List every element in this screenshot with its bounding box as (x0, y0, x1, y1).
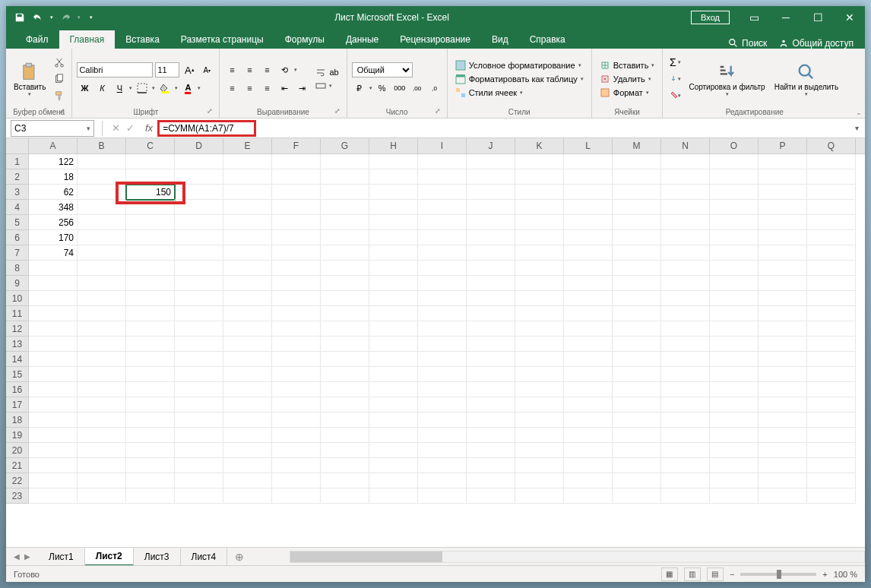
cell[interactable] (126, 428, 175, 443)
cell[interactable] (710, 276, 759, 291)
cell[interactable] (321, 261, 369, 276)
cell[interactable] (126, 261, 175, 276)
cell[interactable] (613, 488, 661, 504)
cell[interactable] (613, 154, 661, 169)
cell[interactable] (418, 488, 467, 504)
cell[interactable] (321, 291, 369, 306)
cell[interactable] (78, 367, 126, 382)
tab-insert[interactable]: Вставка (115, 30, 170, 49)
cell[interactable] (126, 473, 175, 488)
tab-review[interactable]: Рецензирование (389, 30, 481, 49)
align-bottom-icon[interactable]: ≡ (259, 62, 274, 77)
cell[interactable] (613, 200, 661, 215)
cell[interactable] (272, 245, 321, 261)
cell[interactable] (710, 154, 759, 169)
cell[interactable] (710, 337, 759, 352)
cell[interactable] (710, 352, 759, 367)
cell[interactable]: 348 (29, 200, 78, 215)
comma-icon[interactable]: 000 (392, 81, 407, 96)
cell[interactable] (418, 185, 467, 200)
cell[interactable] (272, 230, 321, 245)
row-header[interactable]: 21 (6, 458, 29, 473)
cell[interactable] (661, 291, 710, 306)
cell[interactable] (564, 291, 613, 306)
column-header[interactable]: A (29, 138, 78, 153)
border-dropdown[interactable]: ▾ (152, 85, 155, 91)
cell[interactable]: 62 (29, 185, 78, 200)
cell[interactable] (807, 488, 856, 504)
cell[interactable] (78, 276, 126, 291)
cell[interactable] (272, 488, 321, 504)
cell[interactable] (29, 473, 78, 488)
cell[interactable] (515, 458, 564, 473)
row-header[interactable]: 9 (6, 276, 29, 291)
cell[interactable] (272, 321, 321, 337)
cell[interactable] (223, 230, 272, 245)
cell[interactable] (515, 261, 564, 276)
cell[interactable] (564, 154, 613, 169)
row-header[interactable]: 19 (6, 428, 29, 443)
row-header[interactable]: 5 (6, 215, 29, 230)
cell[interactable] (223, 261, 272, 276)
cell[interactable] (418, 428, 467, 443)
cell[interactable] (175, 215, 223, 230)
cell[interactable] (467, 291, 515, 306)
format-painter-icon[interactable] (52, 88, 67, 103)
cell[interactable] (661, 245, 710, 261)
cell[interactable] (223, 215, 272, 230)
cell[interactable] (515, 397, 564, 413)
cell[interactable] (515, 154, 564, 169)
cell[interactable] (369, 397, 418, 413)
cell[interactable] (418, 413, 467, 428)
italic-button[interactable]: К (94, 81, 109, 96)
cell[interactable] (175, 428, 223, 443)
cell[interactable] (321, 215, 369, 230)
cell[interactable] (467, 200, 515, 215)
cell[interactable] (321, 200, 369, 215)
name-box[interactable]: C3 ▾ (11, 120, 94, 137)
cell[interactable] (175, 443, 223, 458)
cell[interactable] (272, 261, 321, 276)
cell[interactable] (175, 291, 223, 306)
cell[interactable] (807, 382, 856, 397)
cell[interactable] (467, 413, 515, 428)
cell[interactable] (564, 337, 613, 352)
cell[interactable] (661, 428, 710, 443)
format-cells-button[interactable]: Формат▾ (597, 87, 658, 99)
cell[interactable] (78, 215, 126, 230)
cell[interactable] (78, 154, 126, 169)
column-header[interactable]: H (369, 138, 418, 153)
copy-icon[interactable] (52, 71, 67, 87)
cell[interactable] (564, 276, 613, 291)
cell[interactable] (515, 215, 564, 230)
horizontal-scrollbar[interactable] (290, 551, 865, 563)
cell[interactable] (272, 169, 321, 185)
cell[interactable] (807, 291, 856, 306)
conditional-formatting-button[interactable]: Условное форматирование▾ (452, 59, 587, 71)
undo-dropdown[interactable]: ▾ (50, 14, 53, 21)
cell[interactable] (564, 261, 613, 276)
cell[interactable] (223, 397, 272, 413)
cell[interactable] (710, 200, 759, 215)
cell[interactable] (418, 321, 467, 337)
column-header[interactable]: P (759, 138, 807, 153)
cell[interactable] (175, 382, 223, 397)
cell[interactable] (710, 230, 759, 245)
cell[interactable] (467, 230, 515, 245)
cell[interactable] (613, 443, 661, 458)
cell[interactable] (467, 215, 515, 230)
cell[interactable] (78, 458, 126, 473)
cell[interactable] (467, 458, 515, 473)
cell[interactable] (759, 306, 807, 321)
cell[interactable] (467, 473, 515, 488)
view-page-break-icon[interactable]: ▤ (707, 567, 724, 581)
cell[interactable] (175, 488, 223, 504)
cell[interactable] (515, 230, 564, 245)
cell[interactable] (710, 397, 759, 413)
cell[interactable] (661, 215, 710, 230)
cell[interactable] (710, 413, 759, 428)
cell[interactable] (272, 367, 321, 382)
cell[interactable] (321, 458, 369, 473)
decrease-indent-icon[interactable]: ⇤ (277, 81, 292, 96)
cell[interactable] (807, 215, 856, 230)
